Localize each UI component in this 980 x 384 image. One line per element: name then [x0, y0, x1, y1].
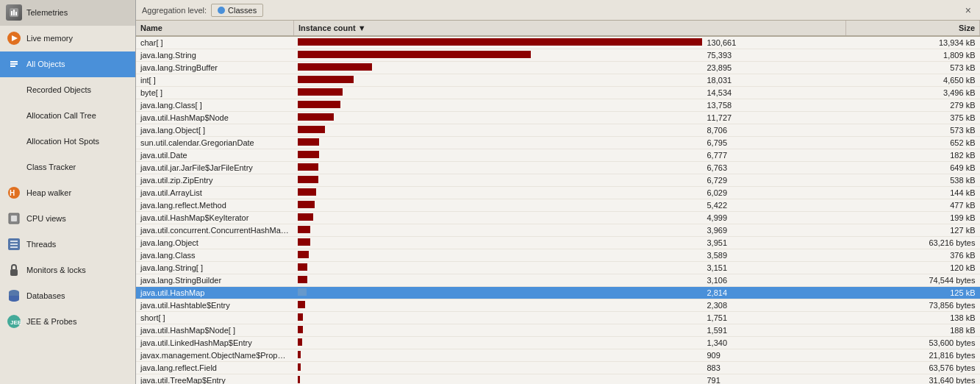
svg-text:JEE: JEE: [10, 319, 21, 326]
table-row[interactable]: java.lang.reflect.Method 5,422 477 kB: [136, 199, 980, 212]
table-row[interactable]: java.util.zip.ZipEntry 6,729 538 kB: [136, 174, 980, 187]
sidebar-label-jee-probes: JEE & Probes: [26, 317, 76, 326]
sidebar-item-monitors-locks[interactable]: Monitors & locks: [0, 257, 135, 283]
row-count: 6,029: [293, 187, 845, 199]
table-row[interactable]: short[ ] 1,751 138 kB: [136, 312, 980, 324]
row-count: 2,814: [293, 287, 845, 299]
allocation-hot-spots-icon: [6, 133, 22, 149]
table-row[interactable]: java.lang.Class 3,589 376 kB: [136, 249, 980, 262]
table-row[interactable]: java.util.HashMap$KeyIterator 4,999 199 …: [136, 212, 980, 224]
row-count: 130,661: [293, 36, 845, 49]
row-size: 182 kB: [845, 149, 979, 162]
row-count: 6,763: [293, 162, 845, 174]
table-row[interactable]: int[ ] 18,031 4,650 kB: [136, 74, 980, 87]
sidebar-item-all-objects[interactable]: All Objects: [0, 51, 135, 77]
row-count: 1,340: [293, 337, 845, 349]
main-panel: Aggregation level: Classes × Name Instan…: [136, 0, 980, 384]
row-size: 138 kB: [845, 312, 979, 324]
row-count: 909: [293, 349, 845, 362]
sidebar-item-databases[interactable]: Databases: [0, 283, 135, 309]
col-header-size[interactable]: Size: [845, 21, 979, 36]
row-name: short[ ]: [136, 312, 293, 324]
sidebar-label-cpu-views: CPU views: [26, 214, 66, 223]
row-count: 75,393: [293, 49, 845, 62]
sidebar-item-telemetries[interactable]: Telemetries: [0, 0, 135, 26]
row-count: 883: [293, 362, 845, 374]
sidebar-label-live-memory: Live memory: [26, 34, 73, 43]
col-header-instance-count[interactable]: Instance count ▼: [293, 21, 845, 36]
row-name: java.lang.reflect.Field: [136, 362, 293, 374]
table-row[interactable]: java.lang.StringBuilder 3,106 74,544 byt…: [136, 274, 980, 287]
table-row[interactable]: java.lang.String 75,393 1,809 kB: [136, 49, 980, 62]
row-name: java.util.Date: [136, 149, 293, 162]
table-row[interactable]: java.util.LinkedHashMap$Entry 1,340 53,6…: [136, 337, 980, 349]
table-row[interactable]: java.lang.StringBuffer 23,895 573 kB: [136, 62, 980, 74]
row-size: 63,216 bytes: [845, 237, 979, 249]
sidebar-item-jee-probes[interactable]: JEE JEE & Probes: [0, 309, 135, 335]
sidebar-item-allocation-call-tree[interactable]: Allocation Call Tree: [0, 103, 135, 129]
table-row[interactable]: java.util.TreeMap$Entry 791 31,640 bytes: [136, 374, 980, 385]
svg-rect-18: [10, 269, 18, 276]
table-row[interactable]: javax.management.ObjectName$Property 909…: [136, 349, 980, 362]
table-row[interactable]: java.util.ArrayList 6,029 144 kB: [136, 187, 980, 199]
sidebar-label-allocation-call-tree: Allocation Call Tree: [26, 111, 96, 120]
col-header-name[interactable]: Name: [136, 21, 293, 36]
sidebar-item-allocation-hot-spots[interactable]: Allocation Hot Spots: [0, 129, 135, 154]
row-count: 791: [293, 374, 845, 385]
sidebar-item-live-memory[interactable]: Live memory: [0, 26, 135, 51]
sidebar-item-cpu-views[interactable]: CPU views: [0, 206, 135, 232]
sidebar-label-all-objects: All Objects: [26, 60, 65, 68]
aggregation-button[interactable]: Classes: [211, 4, 263, 17]
row-size: 652 kB: [845, 137, 979, 149]
row-count: 18,031: [293, 74, 845, 87]
row-size: 53,600 bytes: [845, 337, 979, 349]
table-row[interactable]: java.util.Date 6,777 182 kB: [136, 149, 980, 162]
table-row[interactable]: java.util.jar.JarFile$JarFileEntry 6,763…: [136, 162, 980, 174]
row-size: 477 kB: [845, 199, 979, 212]
table-row[interactable]: java.util.HashMap 2,814 125 kB: [136, 287, 980, 299]
sidebar-item-heap-walker[interactable]: H Heap walker: [0, 180, 135, 206]
table-row[interactable]: java.lang.Object[ ] 8,706 573 kB: [136, 124, 980, 137]
sidebar-label-heap-walker: Heap walker: [26, 188, 71, 197]
sidebar-item-class-tracker[interactable]: Class Tracker: [0, 154, 135, 180]
table-row[interactable]: java.lang.Class[ ] 13,758 279 kB: [136, 99, 980, 112]
row-name: java.util.HashMap$KeyIterator: [136, 212, 293, 224]
telemetries-icon: [6, 4, 22, 21]
row-size: 31,640 bytes: [845, 374, 979, 385]
objects-table-container[interactable]: Name Instance count ▼ Size char[ ] 130,6…: [136, 21, 980, 384]
row-name: java.util.jar.JarFile$JarFileEntry: [136, 162, 293, 174]
sidebar-item-recorded-objects[interactable]: Recorded Objects: [0, 77, 135, 103]
row-count: 6,777: [293, 149, 845, 162]
sidebar-item-threads[interactable]: Threads: [0, 232, 135, 257]
row-size: 125 kB: [845, 287, 979, 299]
table-header-row: Name Instance count ▼ Size: [136, 21, 980, 36]
table-row[interactable]: java.util.concurrent.ConcurrentHashMap$N…: [136, 224, 980, 237]
cpu-views-icon: [6, 210, 22, 227]
table-row[interactable]: byte[ ] 14,534 3,496 kB: [136, 87, 980, 99]
svg-rect-13: [11, 216, 17, 221]
row-name: java.util.HashMap: [136, 287, 293, 299]
row-name: java.lang.Class: [136, 249, 293, 262]
row-size: 127 kB: [845, 224, 979, 237]
row-size: 120 kB: [845, 262, 979, 274]
row-count: 8,706: [293, 124, 845, 137]
row-count: 3,106: [293, 274, 845, 287]
sidebar-label-allocation-hot-spots: Allocation Hot Spots: [26, 137, 99, 146]
svg-rect-7: [10, 61, 18, 63]
close-button[interactable]: ×: [962, 4, 974, 16]
table-row[interactable]: char[ ] 130,661 13,934 kB: [136, 36, 980, 49]
svg-rect-1: [11, 11, 12, 15]
table-row[interactable]: java.lang.Object 3,951 63,216 bytes: [136, 237, 980, 249]
table-row[interactable]: java.util.HashMap$Node[ ] 1,591 188 kB: [136, 324, 980, 337]
table-row[interactable]: java.lang.reflect.Field 883 63,576 bytes: [136, 362, 980, 374]
aggregation-dot: [218, 7, 225, 14]
row-count: 23,895: [293, 62, 845, 74]
table-row[interactable]: sun.util.calendar.GregorianDate 6,795 65…: [136, 137, 980, 149]
row-name: byte[ ]: [136, 87, 293, 99]
row-name: java.util.ArrayList: [136, 187, 293, 199]
row-count: 4,999: [293, 212, 845, 224]
table-row[interactable]: java.util.HashMap$Node 11,727 375 kB: [136, 112, 980, 124]
table-row[interactable]: java.util.Hashtable$Entry 2,308 73,856 b…: [136, 299, 980, 312]
row-size: 376 kB: [845, 249, 979, 262]
table-row[interactable]: java.lang.String[ ] 3,151 120 kB: [136, 262, 980, 274]
